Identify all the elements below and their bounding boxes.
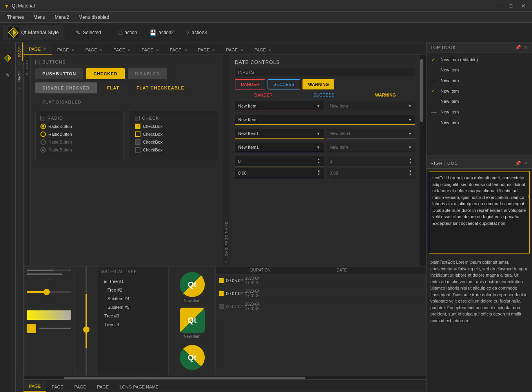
top-dock-pin[interactable]: 📌 — [515, 45, 521, 50]
scrollbar-thumb[interactable] — [420, 59, 423, 122]
tab-page-5[interactable]: PAGE ✕ — [136, 44, 164, 55]
duration-row-3[interactable]: 00:07:02 2020-04 17:31:3‹ — [216, 300, 426, 313]
tab-close-1[interactable]: ✕ — [43, 47, 46, 51]
bottom-scrollbar[interactable] — [24, 376, 426, 379]
tree-item-3[interactable]: Subitem #4 — [101, 294, 165, 303]
bottom-tab-4[interactable]: PAGE — [91, 381, 114, 392]
pushbutton[interactable]: PUSHBUTTON — [35, 68, 83, 79]
maximize-button[interactable]: □ — [507, 2, 515, 10]
checked-button[interactable]: CHECKED — [86, 68, 124, 79]
dock-item-1[interactable]: ✓ New Item (editable) — [426, 55, 532, 65]
toolbar-logo[interactable]: Qt Material Style — [3, 25, 64, 40]
tab-page-8[interactable]: PAGE ✕ — [220, 44, 249, 55]
menu-menu2[interactable]: Menu2 — [51, 13, 73, 22]
bottom-tab-1[interactable]: PAGE — [24, 381, 46, 392]
sidebar-pencil-icon[interactable]: ✎ — [2, 69, 14, 81]
tab-close-2[interactable]: ✕ — [71, 48, 75, 52]
check-item-2[interactable]: CheckBox — [135, 131, 213, 137]
tree-item-6[interactable]: Tree #4 — [101, 320, 165, 329]
radio-item-1[interactable]: RadioButton — [40, 124, 118, 129]
tab-close-6[interactable]: ✕ — [184, 48, 187, 52]
spinbox-1[interactable]: 0 ▲ ▼ — [235, 156, 324, 166]
tree-item-4[interactable]: Subitem #5 — [101, 303, 165, 312]
tab-page-9[interactable]: PAGE ✕ — [249, 44, 277, 55]
inputs-label: INPUTS — [235, 68, 415, 76]
qt-logo-bottom-1[interactable]: Qt — [180, 272, 205, 297]
v-long-x[interactable]: ✕ — [225, 260, 228, 264]
minimize-button[interactable]: ─ — [494, 2, 503, 10]
danger-button[interactable]: DANGER — [235, 79, 265, 89]
dock-item-6[interactable]: — New Item — [426, 106, 532, 117]
slider-thumb[interactable] — [44, 289, 50, 295]
combo-1[interactable]: New Item ▼ — [235, 101, 324, 111]
toolbar-action3[interactable]: ? action3 — [181, 27, 213, 38]
bottom-scroll-thumb[interactable] — [64, 377, 306, 379]
bottom-tab-5[interactable]: LONG PAGE NAME — [114, 381, 164, 392]
v-tab-page-1[interactable]: PAGE — [16, 42, 23, 61]
combo-4[interactable]: New Item1 ▼ — [235, 142, 324, 152]
tab-close-8[interactable]: ✕ — [240, 48, 243, 52]
dock-item-3[interactable]: — New Item — [426, 75, 532, 86]
sidebar-logo-icon[interactable] — [2, 52, 14, 64]
flat-checkeable-button[interactable]: FLAT CHECKEABLE — [129, 82, 191, 93]
close-button[interactable]: ✕ — [519, 2, 528, 10]
spinbox-1-down[interactable]: ▼ — [317, 161, 321, 164]
menu-themes[interactable]: Themes — [3, 13, 28, 22]
toolbar-selected[interactable]: ✎ Selected — [70, 27, 107, 38]
duration-check-2[interactable] — [219, 291, 224, 296]
v-tab-close-2[interactable]: ✕ — [16, 86, 23, 91]
bottom-tab-2[interactable]: PAGE — [46, 381, 69, 392]
tab-close-9[interactable]: ✕ — [268, 48, 271, 52]
duration-value-3: 00:07:02 — [226, 304, 243, 309]
tree-item-1[interactable]: ▶ Tree #1 — [101, 277, 165, 286]
dock-item-7[interactable]: ✓ New Item — [426, 117, 532, 128]
v-label-x[interactable]: ✕ — [26, 72, 29, 76]
tab-close-7[interactable]: ✕ — [212, 48, 215, 52]
tab-close-5[interactable]: ✕ — [156, 48, 159, 52]
horizontal-slider[interactable] — [27, 288, 71, 296]
spinbox-2[interactable]: 0.00 ▲ ▼ — [235, 168, 324, 178]
plain-text-area[interactable]: plainTextEdit Lorem ipsum dolor sit amet… — [426, 256, 532, 327]
spinbox-2-up[interactable]: ▲ — [317, 170, 321, 173]
v-slider-thumb[interactable] — [83, 326, 89, 333]
tab-close-3[interactable]: ✕ — [99, 48, 102, 52]
toolbar-action2[interactable]: 💾 action2 — [144, 27, 179, 38]
dock-item-4[interactable]: ✓ New Item — [426, 86, 532, 96]
spinbox-2-down[interactable]: ▼ — [317, 173, 321, 176]
tab-page-3[interactable]: PAGE ✕ — [80, 44, 108, 55]
tree-item-5[interactable]: Tree #3 — [101, 312, 165, 320]
tab-page-4[interactable]: PAGE ✕ — [108, 44, 136, 55]
qt-logo-bottom-2[interactable]: Qt — [180, 308, 205, 333]
tab-page-7[interactable]: PAGE ✕ — [193, 44, 221, 55]
v-tab-page-2[interactable]: PAGE — [16, 67, 23, 86]
dock-item-2[interactable]: ✓ New Item — [426, 65, 532, 75]
right-text-edit[interactable]: textEdit Lorem ipsum dolor sit amet, con… — [429, 171, 530, 253]
bottom-tab-3[interactable]: PAGE — [69, 381, 92, 392]
duration-row-2[interactable]: 00:01:02 2020-04 17:31:3‹ — [216, 287, 426, 300]
tab-page-6[interactable]: PAGE ✕ — [164, 44, 193, 55]
combo-3[interactable]: New Item1 ▼ — [235, 129, 324, 139]
tab-page-1[interactable]: PAGE ✕ — [24, 44, 52, 55]
tab-page-2[interactable]: PAGE ✕ — [52, 44, 80, 55]
check-item-1[interactable]: ✓ CheckBox — [135, 124, 213, 129]
v-tab-close-1[interactable]: ✕ — [16, 61, 23, 67]
top-dock-close[interactable]: ✕ — [524, 45, 528, 50]
spinbox-1-up[interactable]: ▲ — [317, 158, 321, 161]
radio-item-2[interactable]: RadioButton — [40, 131, 118, 137]
warning-button[interactable]: WARNING — [302, 79, 334, 89]
qt-logo-bottom-3[interactable]: Qt — [180, 345, 205, 370]
combo-2[interactable]: New Item ▼ — [235, 115, 415, 125]
menu-disabled[interactable]: Menu disabled — [75, 13, 113, 22]
success-button[interactable]: SUCCESS — [268, 79, 300, 89]
tree-item-2[interactable]: Tree #2 — [101, 286, 165, 294]
right-dock-pin[interactable]: 📌 — [515, 160, 521, 166]
flat-button[interactable]: FLAT — [100, 82, 126, 93]
menu-menu[interactable]: Menu — [29, 13, 49, 22]
right-dock-close[interactable]: ✕ — [524, 160, 528, 166]
toolbar-action[interactable]: □ action — [113, 27, 143, 38]
dock-item-5[interactable]: ✓ New Item — [426, 96, 532, 106]
duration-row-1[interactable]: 00:05:02 2020-04 17:31:3‹ — [216, 274, 426, 287]
dock-resize-handle[interactable]: ···· — [426, 155, 532, 158]
duration-check-1[interactable] — [219, 278, 224, 283]
tab-close-4[interactable]: ✕ — [128, 48, 131, 52]
